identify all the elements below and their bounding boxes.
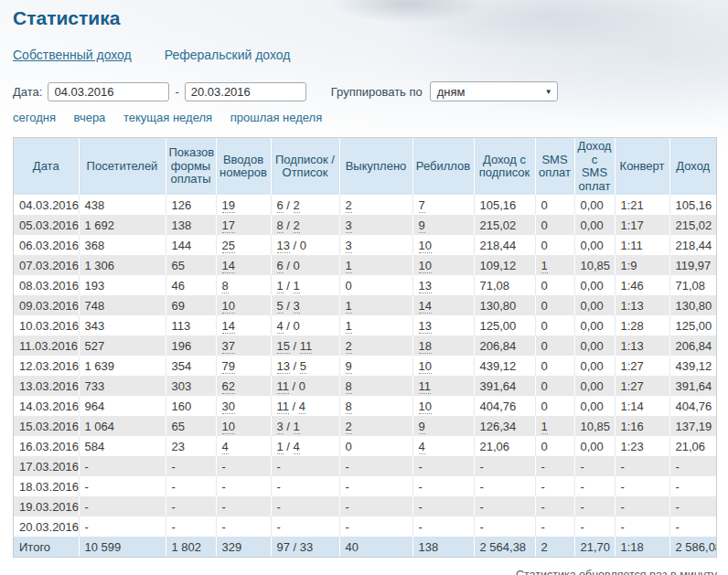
stat-link[interactable]: 8 [222,279,229,293]
table-cell: 0,00 [574,356,615,376]
stat-link[interactable]: 6 [277,198,284,213]
stat-link[interactable]: 1 [541,420,548,434]
footer-note: Статистика обновляется раз в минуту [13,569,717,575]
stat-link[interactable]: 79 [222,359,235,374]
stat-link[interactable]: 5 [300,359,306,374]
table-cell: 11 / 0 [271,376,339,396]
stat-link[interactable]: 9 [419,218,425,233]
stat-link[interactable]: 1 [541,259,548,273]
stat-link[interactable]: 2 [294,198,300,213]
stat-link[interactable]: 62 [222,379,235,394]
stat-link[interactable]: 13 [277,239,290,253]
stat-link[interactable]: 10 [419,239,432,253]
stat-link[interactable]: 8 [346,399,352,414]
total-cell: 138 [412,537,474,557]
quicklink-today[interactable]: сегодня [13,111,56,124]
tab-own-income[interactable]: Собственный доход [13,48,132,62]
table-cell: 3 [339,215,412,235]
stat-link[interactable]: 25 [222,239,235,253]
stat-link[interactable]: 7 [419,198,425,213]
date-from-input[interactable] [48,82,169,101]
stat-link[interactable]: 37 [222,339,235,354]
table-cell: 1:28 [615,315,669,335]
stat-link[interactable]: 11 [277,399,290,414]
stat-link[interactable]: 19 [222,198,235,213]
table-row: 07.03.20161 30665146 / 0110109,12110,851… [14,255,716,275]
stat-link[interactable]: 14 [222,319,235,334]
stat-link[interactable]: 2 [346,420,352,434]
group-by-select[interactable]: дням ▼ [430,81,558,101]
table-cell: - [615,476,669,496]
stat-link[interactable]: 3 [277,420,284,434]
stat-link[interactable]: 2 [294,218,300,233]
total-cell: 1 802 [166,537,216,557]
table-cell: - [79,456,166,476]
stat-link[interactable]: 11 [300,339,313,354]
group-by-value: дням [437,85,466,99]
table-cell: 0 [535,235,574,255]
table-cell: 19 [216,195,271,215]
stat-link[interactable]: 17 [222,218,235,233]
stat-link[interactable]: 30 [222,399,235,414]
stat-link[interactable]: 1 [277,440,284,454]
stat-link[interactable]: 2 [346,198,352,213]
stat-link[interactable]: 3 [346,239,352,253]
date-to-input[interactable] [185,82,306,101]
stat-link[interactable]: 13 [419,319,432,334]
stat-link[interactable]: 11 [419,379,432,394]
tab-referral-income[interactable]: Реферальский доход [165,48,291,62]
stat-link[interactable]: 1 [294,279,300,293]
stat-link[interactable]: 2 [346,339,352,354]
quicklink-yesterday[interactable]: вчера [74,111,106,124]
table-cell: 119,97 [669,255,716,275]
stat-link[interactable]: 6 [277,259,284,273]
quicklink-current-week[interactable]: текущая неделя [123,111,212,124]
table-cell: 1:16 [615,416,669,436]
stat-link[interactable]: 4 [277,319,284,334]
stat-link[interactable]: 14 [222,259,235,273]
stat-link[interactable]: 1 [346,319,352,334]
quicklink-last-week[interactable]: прошлая неделя [230,111,323,124]
stat-link[interactable]: 10 [222,299,235,314]
stat-link[interactable]: 4 [222,440,229,454]
row-date: 10.03.2016 [14,315,79,335]
stat-link[interactable]: 5 [277,299,284,314]
table-cell: 2 [339,195,412,215]
stat-link[interactable]: 4 [294,440,300,454]
table-cell: 71,08 [474,275,535,295]
stat-link[interactable]: 3 [346,218,352,233]
stat-link[interactable]: 13 [277,359,290,374]
stat-link[interactable]: 10 [419,399,432,414]
stat-link[interactable]: 9 [346,359,352,374]
stat-link[interactable]: 10 [419,359,432,374]
stat-link[interactable]: 14 [419,299,432,314]
stat-link[interactable]: 1 [294,420,300,434]
column-header: Доход с SMS оплат [574,138,615,195]
table-cell: 1 [535,416,574,436]
table-cell: 0 [535,315,574,335]
table-row: 08.03.20161934681 / 101371,0800,001:4671… [14,275,716,295]
stat-link[interactable]: 10 [222,420,235,434]
filter-bar: Дата: - Группировать по дням ▼ [13,81,715,101]
table-cell: 206,84 [474,335,535,356]
total-cell: 2 564,38 [474,537,535,557]
stat-link[interactable]: 11 [277,379,290,394]
stat-link[interactable]: 4 [419,440,425,454]
stat-link[interactable]: 8 [346,379,352,394]
stat-link[interactable]: 1 [346,259,352,273]
stat-link[interactable]: 1 [346,299,352,314]
stat-link[interactable]: 10 [419,259,432,273]
stat-link[interactable]: 8 [277,218,284,233]
stat-link[interactable]: 3 [294,299,300,314]
stat-link[interactable]: 15 [277,339,290,354]
stat-link[interactable]: 1 [277,279,284,293]
table-cell: - [474,496,535,516]
table-cell: 9 [412,215,474,235]
stat-link[interactable]: 4 [299,399,305,414]
stat-link[interactable]: 18 [419,339,432,354]
table-cell: - [574,476,615,496]
stat-link[interactable]: 9 [419,420,425,434]
table-cell: - [474,476,535,496]
column-header: Посетителей [79,138,166,195]
stat-link[interactable]: 13 [419,279,432,293]
